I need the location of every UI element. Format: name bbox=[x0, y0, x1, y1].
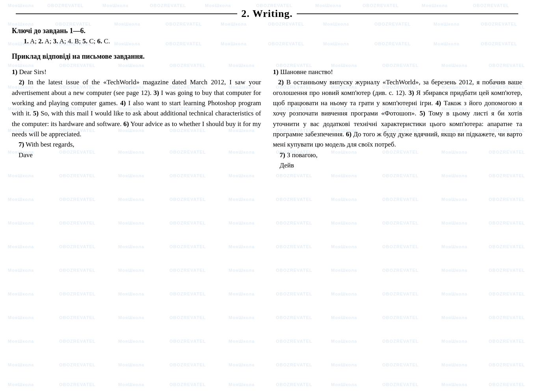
watermark: МояШкола bbox=[229, 362, 255, 367]
watermark: OBOZREVATEL bbox=[382, 244, 419, 249]
main-content: 2. Writing. Ключі до завдань 1—6. 1. A; … bbox=[0, 0, 534, 178]
watermark: МояШкола bbox=[331, 244, 357, 249]
watermark: OBOZREVATEL bbox=[276, 244, 312, 249]
left-column: 1) Dear Sirs! 2) In the latest issue of … bbox=[12, 67, 261, 160]
watermark: OBOZREVATEL bbox=[276, 315, 312, 320]
watermark: OBOZREVATEL bbox=[59, 339, 95, 344]
watermark: OBOZREVATEL bbox=[59, 221, 95, 225]
watermark: МояШкола bbox=[441, 362, 467, 367]
answer-2: 2. bbox=[38, 37, 43, 45]
watermark: OBOZREVATEL bbox=[276, 292, 312, 296]
watermark: OBOZREVATEL bbox=[489, 221, 525, 225]
watermark: МояШкола bbox=[8, 221, 34, 225]
watermark: МояШкола bbox=[331, 339, 357, 344]
watermark: OBOZREVATEL bbox=[489, 339, 525, 344]
watermark: OBOZREVATEL bbox=[382, 362, 419, 367]
watermark: МояШкола bbox=[229, 244, 255, 249]
watermark: OBOZREVATEL bbox=[59, 382, 95, 387]
watermark: МояШкола bbox=[8, 362, 34, 367]
watermark: МояШкола bbox=[229, 339, 255, 344]
two-column-content: 1) Dear Sirs! 2) In the latest issue of … bbox=[12, 67, 522, 171]
watermark: OBOZREVATEL bbox=[276, 339, 312, 344]
watermark: OBOZREVATEL bbox=[489, 315, 525, 320]
watermark: OBOZREVATEL bbox=[276, 382, 312, 387]
watermark: МояШкола bbox=[441, 244, 467, 249]
example-heading: Приклад відповіді на письмове завдання. bbox=[12, 52, 522, 61]
watermark: МояШкола bbox=[441, 382, 467, 387]
watermark: OBOZREVATEL bbox=[489, 292, 525, 296]
watermark: OBOZREVATEL bbox=[489, 382, 525, 387]
watermark: МояШкола bbox=[8, 292, 34, 296]
watermark: МояШкола bbox=[8, 197, 34, 202]
watermark: OBOZREVATEL bbox=[489, 268, 525, 273]
watermark: МояШкола bbox=[331, 362, 357, 367]
watermark: МояШкола bbox=[229, 315, 255, 320]
watermark: OBOZREVATEL bbox=[59, 268, 95, 273]
watermark: OBOZREVATEL bbox=[382, 268, 419, 273]
watermark: МояШкола bbox=[118, 244, 144, 249]
right-line-1: 1) Шановне панство! bbox=[273, 67, 523, 77]
answer-1: 1. bbox=[24, 37, 29, 45]
watermark: МояШкола bbox=[331, 197, 357, 202]
watermark: МояШкола bbox=[118, 221, 144, 225]
watermark: МояШкола bbox=[118, 339, 144, 344]
watermark: МояШкола bbox=[118, 362, 144, 367]
right-line-2: 2) В останньому випуску журналу «TechWor… bbox=[273, 77, 523, 150]
watermark: OBOZREVATEL bbox=[169, 315, 206, 320]
watermark: OBOZREVATEL bbox=[59, 362, 95, 367]
watermark: OBOZREVATEL bbox=[382, 197, 419, 202]
watermark: МояШкола bbox=[331, 268, 357, 273]
watermark: OBOZREVATEL bbox=[169, 197, 206, 202]
watermark: OBOZREVATEL bbox=[169, 292, 206, 296]
watermark: МояШкола bbox=[229, 268, 255, 273]
watermark: МояШкола bbox=[441, 197, 467, 202]
left-line-3: 7) With best regards, bbox=[12, 139, 261, 150]
watermark: МояШкола bbox=[441, 315, 467, 320]
title-line-right bbox=[297, 13, 518, 14]
watermark: МояШкола bbox=[8, 244, 34, 249]
page-title: 2. Writing. bbox=[241, 8, 293, 20]
watermark: МояШкола bbox=[331, 382, 357, 387]
right-line-3: 7) З повагою, bbox=[273, 150, 523, 160]
watermark: OBOZREVATEL bbox=[489, 362, 525, 367]
watermark: OBOZREVATEL bbox=[276, 197, 312, 202]
watermark: OBOZREVATEL bbox=[276, 268, 312, 273]
watermark: МояШкола bbox=[118, 197, 144, 202]
watermark: МояШкола bbox=[118, 268, 144, 273]
watermark: МояШкола bbox=[331, 292, 357, 296]
watermark: OBOZREVATEL bbox=[169, 362, 206, 367]
answer-3: 3. bbox=[53, 37, 58, 45]
left-line-1: 1) Dear Sirs! bbox=[12, 67, 261, 77]
right-column: 1) Шановне панство! 2) В останньому випу… bbox=[273, 67, 523, 171]
watermark: МояШкола bbox=[229, 197, 255, 202]
right-line-4: Дейв bbox=[273, 160, 523, 171]
watermark: МояШкола bbox=[8, 315, 34, 320]
title-line-left bbox=[16, 13, 237, 14]
watermark: OBOZREVATEL bbox=[169, 339, 206, 344]
watermark: OBOZREVATEL bbox=[382, 292, 419, 296]
watermark: OBOZREVATEL bbox=[169, 244, 206, 249]
watermark: МояШкола bbox=[331, 221, 357, 225]
watermark: OBOZREVATEL bbox=[489, 244, 525, 249]
watermark: OBOZREVATEL bbox=[382, 315, 419, 320]
watermark: МояШкола bbox=[118, 292, 144, 296]
watermark: МояШкола bbox=[229, 292, 255, 296]
watermark: МояШкола bbox=[441, 268, 467, 273]
title-row: 2. Writing. bbox=[12, 8, 522, 20]
keys-heading: Ключі до завдань 1—6. bbox=[12, 27, 522, 35]
watermark: OBOZREVATEL bbox=[59, 197, 95, 202]
watermark: OBOZREVATEL bbox=[276, 362, 312, 367]
answer-5: 5. bbox=[82, 37, 87, 45]
watermark: МояШкола bbox=[441, 339, 467, 344]
watermark: OBOZREVATEL bbox=[382, 221, 419, 225]
watermark: МояШкола bbox=[441, 221, 467, 225]
watermark: МояШкола bbox=[118, 315, 144, 320]
watermark: OBOZREVATEL bbox=[59, 315, 95, 320]
watermark: OBOZREVATEL bbox=[59, 292, 95, 296]
watermark: МояШкола bbox=[8, 382, 34, 387]
watermark: OBOZREVATEL bbox=[169, 268, 206, 273]
watermark: OBOZREVATEL bbox=[382, 382, 419, 387]
watermark: МояШкола bbox=[118, 382, 144, 387]
watermark: OBOZREVATEL bbox=[169, 382, 206, 387]
watermark: МояШкола bbox=[8, 339, 34, 344]
